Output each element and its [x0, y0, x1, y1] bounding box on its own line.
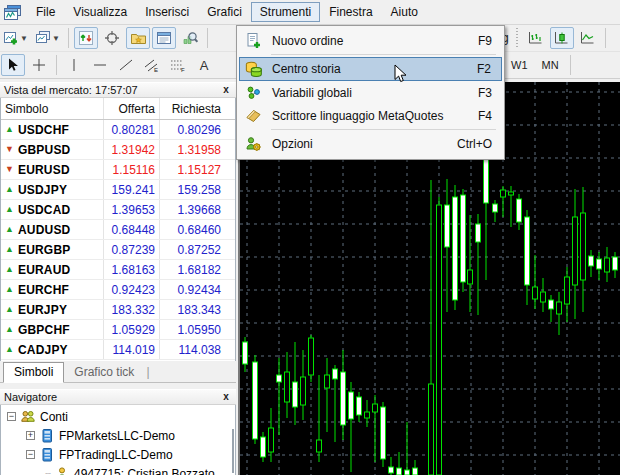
- candlestick: [565, 267, 570, 322]
- column-header-simbolo[interactable]: Simbolo: [1, 102, 103, 116]
- menu-item-shortcut: F3: [478, 86, 502, 100]
- arrow-up-icon: ▲: [5, 185, 14, 194]
- menu-item-nuovo-ordine[interactable]: Nuovo ordineF9: [239, 29, 502, 52]
- collapse-expander[interactable]: −: [26, 450, 35, 459]
- symbol-cell: ▲USDJPY: [1, 183, 103, 197]
- market-watch-row-usdchf[interactable]: ▲USDCHF0.802810.80296: [1, 120, 235, 140]
- new-chart-button[interactable]: ▼: [1, 27, 31, 49]
- candlestick: [509, 186, 514, 227]
- symbol-name: EURJPY: [18, 303, 67, 317]
- tree-item-conti[interactable]: −Conti: [1, 407, 235, 426]
- cursor-tool-button[interactable]: [1, 54, 25, 76]
- market-watch-row-usdcad[interactable]: ▲USDCAD1.396531.39668: [1, 200, 235, 220]
- candlestick: [468, 215, 473, 312]
- symbol-cell: ▲AUDUSD: [1, 223, 103, 237]
- menu-inserisci[interactable]: Inserisci: [136, 2, 198, 22]
- candlestick: [445, 179, 450, 312]
- navigator-button[interactable]: [126, 27, 150, 49]
- menu-aiuto[interactable]: Aiuto: [382, 2, 427, 22]
- metaeditor-icon: [245, 108, 263, 124]
- column-header-richiesta[interactable]: Richiesta: [159, 98, 227, 119]
- trendline-tool-button[interactable]: [114, 54, 138, 76]
- menu-item-opzioni[interactable]: OpzioniCtrl+O: [239, 132, 502, 155]
- options-icon: [245, 136, 263, 152]
- tree-item-label: FPTradingLLC-Demo: [59, 448, 173, 462]
- vertical-line-tool-button[interactable]: [62, 54, 86, 76]
- menu-separator: [271, 54, 496, 55]
- tree-item-label: Conti: [40, 410, 68, 424]
- market-watch-row-cadjpy[interactable]: ▲CADJPY114.019114.038: [1, 340, 235, 360]
- line-chart-button[interactable]: [576, 27, 600, 49]
- market-watch-row-eurjpy[interactable]: ▲EURJPY183.332183.343: [1, 300, 235, 320]
- tree-item-fpmarketsllc-demo[interactable]: +FPMarketsLLC-Demo: [1, 426, 235, 445]
- symbol-cell: ▲EURJPY: [1, 303, 103, 317]
- menu-item-label: Centro storia: [272, 62, 477, 76]
- menu-file[interactable]: File: [27, 2, 64, 22]
- market-watch-button[interactable]: [74, 27, 98, 49]
- candlestick: [269, 408, 274, 462]
- toolbar-separator: [56, 55, 57, 75]
- horizontal-line-tool-button[interactable]: [88, 54, 112, 76]
- menu-visualizza[interactable]: Visualizza: [64, 2, 136, 22]
- market-watch-row-eurgbp[interactable]: ▲EURGBP0.872390.87252: [1, 240, 235, 260]
- market-watch-row-gbpchf[interactable]: ▲GBPCHF1.059291.05950: [1, 320, 235, 340]
- market-watch-rows: ▲USDCHF0.802810.80296▼GBPUSD1.319421.319…: [1, 120, 235, 360]
- market-watch-row-eurusd[interactable]: ▼EURUSD1.151161.15127: [1, 160, 235, 180]
- navigator-scrollbar[interactable]: [232, 429, 234, 473]
- menu-grafici[interactable]: Grafici: [198, 2, 251, 22]
- server-icon: [39, 428, 55, 444]
- collapse-expander[interactable]: −: [7, 412, 16, 421]
- tab-simboli[interactable]: Simboli: [3, 362, 64, 383]
- menu-strumenti[interactable]: Strumenti: [251, 2, 320, 22]
- crosshair-tool-button[interactable]: [27, 54, 51, 76]
- candlestick: [597, 252, 602, 280]
- candlestick-chart-button[interactable]: [550, 27, 574, 49]
- tree-item-4947715-cristian-bozzato[interactable]: ┄4947715: Cristian Bozzato: [1, 464, 235, 475]
- timeframe-w1-button[interactable]: W1: [504, 56, 535, 74]
- menu-item-scrittore-linguaggio-metaquotes[interactable]: Scrittore linguaggio MetaQuotesF4: [239, 104, 502, 127]
- tree-item-label: FPMarketsLLC-Demo: [59, 429, 175, 443]
- market-watch-row-audusd[interactable]: ▲AUDUSD0.684480.68460: [1, 220, 235, 240]
- market-watch-row-usdjpy[interactable]: ▲USDJPY159.241159.258: [1, 180, 235, 200]
- symbol-cell: ▲EURAUD: [1, 263, 103, 277]
- timeframe-mn-button[interactable]: MN: [535, 56, 566, 74]
- market-watch-row-eurchf[interactable]: ▲EURCHF0.924230.92434: [1, 280, 235, 300]
- symbol-cell: ▲GBPCHF: [1, 323, 103, 337]
- symbol-cell: ▲EURCHF: [1, 283, 103, 297]
- terminal-button[interactable]: [152, 27, 176, 49]
- bid-value: 159.241: [103, 180, 159, 199]
- market-watch-row-euraud[interactable]: ▲EURAUD1.681631.68182: [1, 260, 235, 280]
- profiles-button[interactable]: ▼: [33, 27, 63, 49]
- column-header-offerta[interactable]: Offerta: [103, 98, 159, 119]
- candlestick: [293, 342, 298, 425]
- symbol-name: CADJPY: [18, 343, 68, 357]
- arrow-up-icon: ▲: [5, 225, 14, 234]
- candlestick: [317, 375, 322, 462]
- arrow-up-icon: ▲: [5, 285, 14, 294]
- symbol-name: GBPCHF: [18, 323, 70, 337]
- arrow-up-icon: ▲: [5, 345, 14, 354]
- close-market-watch-button[interactable]: x: [220, 84, 232, 96]
- data-window-button[interactable]: [100, 27, 124, 49]
- strategy-tester-button[interactable]: [178, 27, 202, 49]
- tab-grafico-tick[interactable]: Grafico tick: [64, 363, 144, 382]
- market-watch-row-gbpusd[interactable]: ▼GBPUSD1.319421.31958: [1, 140, 235, 160]
- tree-item-fptradingllc-demo[interactable]: −FPTradingLLC-Demo: [1, 445, 235, 464]
- svg-text:E: E: [154, 67, 158, 73]
- menu-item-centro-storia[interactable]: Centro storiaF2: [239, 57, 502, 81]
- expand-expander[interactable]: +: [26, 431, 35, 440]
- candlestick: [349, 382, 354, 472]
- bar-chart-button[interactable]: [524, 27, 548, 49]
- ask-value: 183.343: [159, 300, 227, 319]
- text-tool-button[interactable]: A: [192, 54, 216, 76]
- toolbar-grip[interactable]: [515, 28, 520, 48]
- market-watch-title: Vista del mercato: 17:57:07: [4, 84, 138, 96]
- candlestick: [325, 358, 330, 432]
- equidistant-channel-tool-button[interactable]: E: [140, 54, 164, 76]
- candlestick: [573, 189, 578, 319]
- arrow-up-icon: ▲: [5, 125, 14, 134]
- fibonacci-tool-button[interactable]: F: [166, 54, 190, 76]
- menu-item-variabili-globali[interactable]: Variabili globaliF3: [239, 81, 502, 104]
- close-navigator-button[interactable]: x: [220, 391, 232, 403]
- menu-finestra[interactable]: Finestra: [320, 2, 381, 22]
